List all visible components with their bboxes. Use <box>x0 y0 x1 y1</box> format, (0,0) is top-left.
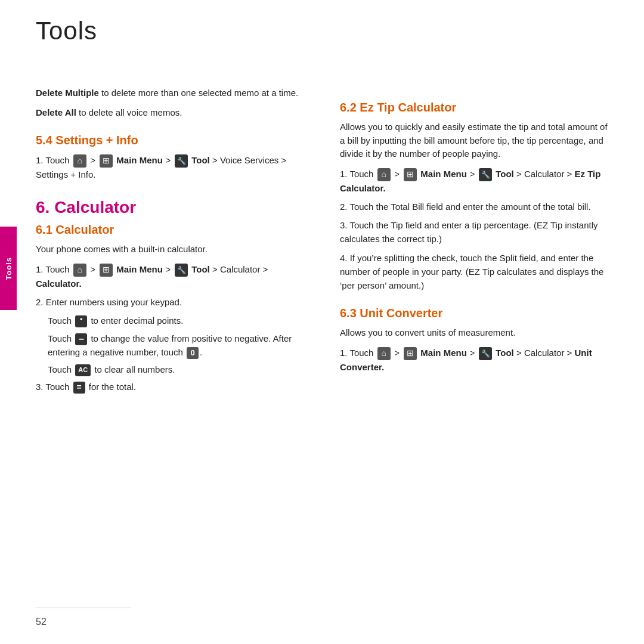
tool-label-54: Tool <box>191 155 210 165</box>
right-column: 6.2 Ez Tip Calculator Allows you to quic… <box>322 24 611 620</box>
section-63-body: Allows you to convert units of measureme… <box>340 326 611 340</box>
section-62-body: Allows you to quickly and easily estimat… <box>340 120 611 161</box>
main-menu-label-61: Main Menu <box>116 264 163 274</box>
step-1-63: 1. Touch > Main Menu > Tool > Calculator… <box>340 346 611 374</box>
section-62-heading: 6.2 Ez Tip Calculator <box>340 101 611 114</box>
step-2-62: 2. Touch the Total Bill field and enter … <box>340 200 611 213</box>
step-4-62: 4. If you’re splitting the check, touch … <box>340 251 611 293</box>
delete-all-para: Delete All to delete all voice memos. <box>36 106 304 120</box>
tool-icon-61 <box>175 264 188 277</box>
step-1-54: 1. Touch > Main Menu > Tool > Voice Serv… <box>36 153 304 181</box>
tool-label-62: Tool <box>496 169 514 179</box>
tool-icon-63 <box>479 347 492 360</box>
tool-label-61: Tool <box>191 264 210 274</box>
equals-icon <box>73 382 85 394</box>
step1-54-prefix: 1. Touch <box>36 155 69 165</box>
tool-icon-54 <box>175 154 188 168</box>
section-6-heading: 6. Calculator <box>36 198 304 217</box>
zero-icon <box>187 347 199 359</box>
menu-icon-54 <box>100 154 113 168</box>
menu-icon-61 <box>100 264 113 277</box>
section-63-heading: 6.3 Unit Converter <box>340 306 611 320</box>
dot-icon <box>75 315 87 327</box>
minus-icon <box>75 333 87 345</box>
tool-label-63: Tool <box>496 348 514 358</box>
step-2-sub2: Touch to change the value from positive … <box>36 332 304 360</box>
section-61-body: Your phone comes with a built-in calcula… <box>36 243 304 256</box>
home-icon-61 <box>73 264 86 277</box>
delete-multiple-label: Delete Multiple <box>36 88 99 98</box>
step-3-61: 3. Touch for the total. <box>36 380 304 394</box>
page: Tools Tools 52 Delete Multiple to delete… <box>0 0 644 644</box>
delete-all-desc: to delete all voice memos. <box>76 107 182 117</box>
menu-icon-62 <box>404 168 417 181</box>
section-54-heading: 5.4 Settings + Info <box>36 134 304 147</box>
page-number: 52 <box>36 617 47 627</box>
delete-multiple-para: Delete Multiple to delete more than one … <box>36 86 304 100</box>
section-61-heading: 6.1 Calculator <box>36 223 304 237</box>
step1-61-prefix: 1. Touch <box>36 264 69 274</box>
bottom-divider <box>36 608 131 608</box>
main-menu-label-62: Main Menu <box>420 169 467 179</box>
home-icon-54 <box>73 154 86 168</box>
page-title: Tools <box>36 17 97 45</box>
delete-all-label: Delete All <box>36 107 76 117</box>
left-column: Delete Multiple to delete more than one … <box>36 24 322 620</box>
main-menu-label-63: Main Menu <box>420 348 467 358</box>
sidebar-tab-label: Tools <box>4 257 13 280</box>
sidebar-tab: Tools <box>0 227 17 310</box>
step-2-61: 2. Enter numbers using your keypad. <box>36 295 304 309</box>
step-2-sub3: Touch to clear all numbers. <box>36 363 304 376</box>
home-icon-62 <box>377 168 391 181</box>
step-2-sub1: Touch to enter decimal points. <box>36 314 304 327</box>
home-icon-63 <box>377 347 391 360</box>
step-1-61: 1. Touch > Main Menu > Tool > Calculator… <box>36 262 304 290</box>
ac-icon <box>75 364 91 376</box>
step-3-62: 3. Touch the Tip field and enter a tip p… <box>340 218 611 246</box>
step-1-62: 1. Touch > Main Menu > Tool > Calculator… <box>340 167 611 195</box>
tool-icon-62 <box>479 168 492 181</box>
menu-icon-63 <box>404 347 417 360</box>
content-area: Delete Multiple to delete more than one … <box>0 0 644 644</box>
main-menu-label-54: Main Menu <box>116 155 163 165</box>
delete-multiple-desc: to delete more than one selected memo at… <box>99 88 298 98</box>
